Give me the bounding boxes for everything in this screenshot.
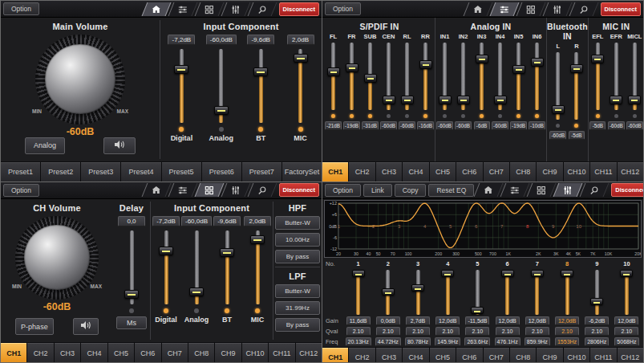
level-slider[interactable] bbox=[419, 43, 432, 110]
eq-toolbar-button[interactable]: Copy bbox=[395, 184, 427, 197]
level-slider[interactable] bbox=[214, 49, 229, 123]
channel-tab[interactable]: CH10 bbox=[242, 343, 268, 362]
gain-value-badge[interactable]: 11,6dB bbox=[346, 316, 371, 325]
level-slider[interactable] bbox=[591, 43, 604, 110]
slider-thumb[interactable] bbox=[591, 55, 604, 63]
disconnect-button[interactable]: Disconnect bbox=[279, 183, 319, 197]
level-slider[interactable] bbox=[346, 43, 358, 110]
channel-tab[interactable]: CH1 bbox=[322, 162, 348, 182]
channel-tab[interactable]: CH3 bbox=[376, 162, 402, 182]
channel-tab[interactable]: CH3 bbox=[55, 343, 80, 362]
channel-tab[interactable]: CH3 bbox=[376, 348, 402, 363]
eq-response-graph[interactable]: +12+60dB-6-1220304050701002003005007001K… bbox=[324, 200, 642, 258]
gain-value-badge[interactable]: 2,7dB bbox=[406, 316, 430, 325]
channel-tab[interactable]: CH8 bbox=[510, 348, 536, 363]
slider-thumb[interactable] bbox=[346, 63, 358, 72]
nav-tab-home[interactable] bbox=[141, 2, 171, 16]
preset-tab[interactable]: Preset5 bbox=[162, 162, 201, 182]
slider-thumb[interactable] bbox=[531, 270, 544, 277]
slider-thumb[interactable] bbox=[501, 270, 514, 277]
channel-tab[interactable]: CH7 bbox=[484, 162, 509, 182]
gain-value-badge[interactable]: -6,2dB bbox=[585, 316, 609, 325]
channel-tab[interactable]: CH5 bbox=[430, 162, 456, 182]
freq-value-badge[interactable]: 44.72Hz bbox=[375, 337, 401, 346]
eq-toolbar-button[interactable]: Link bbox=[363, 184, 392, 197]
channel-tab[interactable]: CH10 bbox=[564, 348, 589, 363]
channel-tab[interactable]: CH2 bbox=[349, 162, 375, 182]
eq-gain-slider[interactable] bbox=[471, 270, 484, 315]
preset-tab[interactable]: Preset3 bbox=[81, 162, 120, 182]
preset-tab[interactable]: Preset7 bbox=[242, 162, 281, 182]
qval-value-badge[interactable]: 2.10 bbox=[435, 327, 460, 336]
slider-thumb[interactable] bbox=[561, 270, 573, 277]
freq-value-badge[interactable]: 1553Hz bbox=[555, 337, 579, 346]
channel-tab[interactable]: CH11 bbox=[269, 343, 294, 362]
level-slider[interactable] bbox=[628, 43, 641, 110]
channel-tab[interactable]: CH5 bbox=[108, 343, 134, 362]
channel-tab[interactable]: CH2 bbox=[349, 348, 375, 363]
eq-gain-slider[interactable] bbox=[441, 270, 454, 315]
slider-thumb[interactable] bbox=[471, 307, 484, 314]
slider-thumb[interactable] bbox=[512, 65, 525, 74]
freq-value-badge[interactable]: 476.1Hz bbox=[495, 337, 520, 346]
preset-tab[interactable]: FactorySet bbox=[282, 162, 322, 182]
hpf-setting-button[interactable]: By pass bbox=[275, 250, 320, 263]
channel-tab[interactable]: CH6 bbox=[456, 348, 482, 363]
gain-value-badge[interactable]: 12,0dB bbox=[614, 316, 638, 325]
nav-tab-mixer[interactable] bbox=[168, 2, 197, 16]
level-slider[interactable] bbox=[189, 230, 204, 304]
nav-tab-home[interactable] bbox=[463, 2, 492, 16]
nav-tab-eq[interactable] bbox=[221, 183, 250, 197]
level-slider[interactable] bbox=[512, 43, 525, 110]
qval-value-badge[interactable]: 2.10 bbox=[555, 327, 579, 336]
preset-tab[interactable]: Preset4 bbox=[121, 162, 160, 182]
level-slider[interactable] bbox=[401, 43, 414, 110]
slider-thumb[interactable] bbox=[189, 288, 204, 296]
nav-tab-home[interactable] bbox=[474, 183, 504, 197]
nav-tab-tuning[interactable] bbox=[247, 2, 277, 16]
eq-gain-slider[interactable] bbox=[531, 270, 544, 315]
preset-tab[interactable]: Preset6 bbox=[202, 162, 241, 182]
nav-tab-mixer[interactable] bbox=[168, 183, 197, 197]
channel-tab[interactable]: CH12 bbox=[618, 162, 643, 182]
nav-tab-mixer[interactable] bbox=[489, 2, 519, 16]
disconnect-button[interactable]: Disconnect bbox=[601, 2, 641, 16]
level-slider[interactable] bbox=[439, 43, 452, 110]
level-slider[interactable] bbox=[457, 43, 470, 110]
mute-button[interactable] bbox=[103, 137, 136, 154]
channel-tab[interactable]: CH9 bbox=[537, 348, 562, 363]
channel-tab[interactable]: CH9 bbox=[537, 162, 562, 182]
slider-thumb[interactable] bbox=[441, 270, 454, 277]
channel-tab[interactable]: CH12 bbox=[618, 348, 643, 363]
level-slider[interactable] bbox=[174, 49, 188, 123]
slider-thumb[interactable] bbox=[476, 55, 488, 63]
nav-tab-eq[interactable] bbox=[221, 2, 250, 16]
slider-thumb[interactable] bbox=[294, 54, 308, 63]
channel-tab[interactable]: CH7 bbox=[484, 348, 509, 363]
nav-tab-channel[interactable] bbox=[527, 183, 557, 197]
channel-tab[interactable]: CH1 bbox=[1, 343, 26, 362]
channel-tab[interactable]: CH10 bbox=[564, 162, 589, 182]
eq-toolbar-button[interactable]: Option bbox=[325, 184, 361, 197]
slider-thumb[interactable] bbox=[124, 290, 139, 299]
option-button[interactable]: Option bbox=[3, 2, 39, 15]
nav-tab-home[interactable] bbox=[141, 183, 171, 197]
eq-gain-slider[interactable] bbox=[501, 270, 514, 315]
phase-button[interactable]: P-phase bbox=[15, 318, 54, 335]
nav-tab-eq[interactable] bbox=[553, 183, 583, 197]
slider-thumb[interactable] bbox=[382, 288, 395, 296]
channel-tab[interactable]: CH11 bbox=[590, 162, 616, 182]
gain-value-badge[interactable]: 0,0dB bbox=[376, 316, 400, 325]
level-slider[interactable] bbox=[494, 43, 507, 110]
level-slider[interactable] bbox=[476, 43, 488, 110]
channel-tab[interactable]: CH8 bbox=[188, 343, 214, 362]
qval-value-badge[interactable]: 2.10 bbox=[585, 327, 609, 336]
slider-thumb[interactable] bbox=[327, 67, 340, 76]
option-button[interactable]: Option bbox=[325, 2, 361, 15]
level-slider[interactable] bbox=[610, 43, 622, 110]
slider-thumb[interactable] bbox=[383, 96, 395, 104]
qval-value-badge[interactable]: 2.10 bbox=[525, 327, 549, 336]
nav-tab-tuning[interactable] bbox=[247, 183, 277, 197]
slider-thumb[interactable] bbox=[253, 67, 268, 76]
slider-thumb[interactable] bbox=[174, 65, 188, 74]
